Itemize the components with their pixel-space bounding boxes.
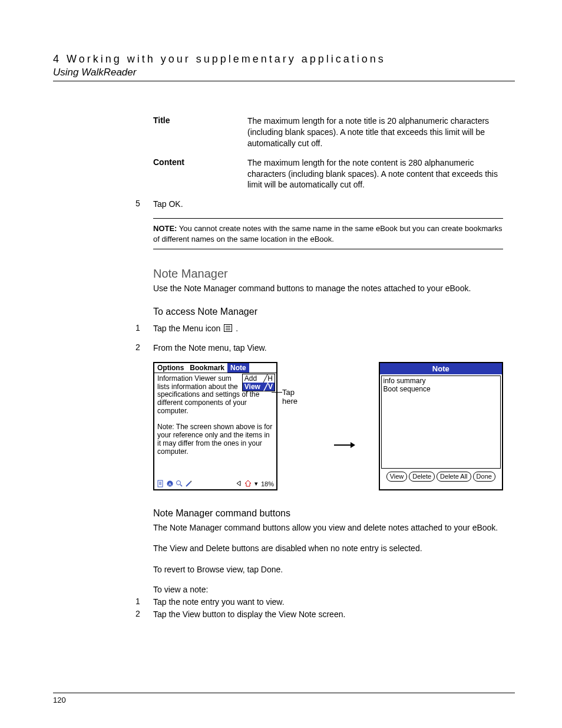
screenshot-note-list: Note info summary Boot sequence View Del… xyxy=(379,362,503,490)
menu-icon xyxy=(224,324,232,332)
access-step-1-text-a: Tap the Menu icon xyxy=(153,324,223,333)
note-item-2[interactable]: Boot sequence xyxy=(384,385,498,393)
svg-line-9 xyxy=(190,481,191,482)
svg-point-6 xyxy=(177,481,181,485)
toolbar-edit-icon[interactable] xyxy=(185,480,193,487)
heading-note-manager: Note Manager xyxy=(153,267,503,281)
toolbar-search-icon[interactable] xyxy=(176,480,183,487)
step-5-num: 5 xyxy=(135,199,153,210)
step-5-text: Tap OK. xyxy=(153,199,503,210)
toolbar-prev-icon[interactable] xyxy=(236,480,242,487)
note-item-1[interactable]: info summary xyxy=(384,377,498,385)
view-step-2: 2 Tap the View button to display the Vie… xyxy=(153,609,503,620)
dropdown-add-shortcut: ╱H xyxy=(263,374,273,383)
screenshot-menu-view: Options Bookmark Note Add ╱H View ╱V xyxy=(153,362,277,490)
dropdown-view-shortcut: ╱V xyxy=(264,383,273,391)
pda-toolbar: A xyxy=(157,480,274,488)
svg-marker-10 xyxy=(237,481,240,486)
view-button[interactable]: View xyxy=(386,472,408,482)
done-button[interactable]: Done xyxy=(473,472,495,482)
delete-button[interactable]: Delete xyxy=(409,472,435,482)
delete-all-button[interactable]: Delete All xyxy=(437,472,471,482)
note-box: NOTE: You cannot create notes with the s… xyxy=(153,218,503,249)
tap-here-label: Tap here xyxy=(282,362,310,406)
heading-cmd-buttons: Note Manager command buttons xyxy=(153,508,503,519)
def-desc-title: The maximum length for a note title is 2… xyxy=(247,116,503,149)
tap-here-text: Tap here xyxy=(282,388,297,406)
dropdown-add-label: Add xyxy=(244,374,257,383)
view-step-1-num: 1 xyxy=(135,597,153,608)
def-desc-content: The maximum length for the note content … xyxy=(247,157,503,191)
toolbar-doc-icon[interactable] xyxy=(157,480,164,487)
svg-line-8 xyxy=(186,482,190,486)
toolbar-dropdown-icon[interactable]: ▾ xyxy=(254,480,258,487)
cmd-para-1: The Note Manager command buttons allow y… xyxy=(153,522,503,534)
note-list-title: Note xyxy=(380,363,502,374)
pda-body-note: Note: The screen shown above is for your… xyxy=(157,423,273,456)
pda-menubar: Options Bookmark Note xyxy=(154,363,276,373)
note-label: NOTE: xyxy=(153,224,177,233)
note-text: You cannot create notes with the same na… xyxy=(153,224,503,243)
access-step-2-text: From the Note menu, tap View. xyxy=(153,342,503,354)
header-rule xyxy=(53,81,515,81)
menu-bookmark[interactable]: Bookmark xyxy=(187,363,227,373)
note-list-buttons: View Delete Delete All Done xyxy=(380,470,502,483)
menu-note[interactable]: Note xyxy=(227,363,249,373)
access-step-2-num: 2 xyxy=(135,342,153,354)
svg-marker-11 xyxy=(245,480,251,486)
view-step-1: 1 Tap the note entry you want to view. xyxy=(153,597,503,608)
access-step-1: 1 Tap the Menu icon . xyxy=(153,323,503,334)
dropdown-view-label: View xyxy=(244,383,260,391)
chapter-title: 4 Working with your supplementary applic… xyxy=(53,53,515,65)
view-step-1-text: Tap the note entry you want to view. xyxy=(153,597,503,608)
view-step-2-num: 2 xyxy=(135,609,153,620)
access-step-1-text-b: . xyxy=(236,324,238,333)
def-term-title: Title xyxy=(153,116,247,149)
view-step-2-text: Tap the View button to display the View … xyxy=(153,609,503,620)
menu-options[interactable]: Options xyxy=(154,363,187,373)
svg-marker-13 xyxy=(351,442,355,448)
section-title: Using WalkReader xyxy=(53,67,515,78)
cmd-para-2: The View and Delete buttons are disabled… xyxy=(153,543,503,555)
page-header: 4 Working with your supplementary applic… xyxy=(53,53,515,81)
toolbar-zoom: 18% xyxy=(261,480,274,487)
toolbar-font-icon[interactable]: A xyxy=(166,480,174,487)
dropdown-view[interactable]: View ╱V xyxy=(243,383,275,391)
access-step-1-text: Tap the Menu icon . xyxy=(153,323,503,334)
heading-view-note: To view a note: xyxy=(153,585,503,594)
arrow-icon xyxy=(334,399,355,453)
heading-access: To access Note Manager xyxy=(153,307,503,317)
page-footer: 120 xyxy=(53,693,515,704)
dropdown-add[interactable]: Add ╱H xyxy=(243,374,275,383)
screenshots-row: Options Bookmark Note Add ╱H View ╱V xyxy=(153,362,503,490)
svg-line-7 xyxy=(180,485,182,486)
access-step-1-num: 1 xyxy=(135,323,153,334)
intro-paragraph: Use the Note Manager command buttons to … xyxy=(153,283,503,295)
access-step-2: 2 From the Note menu, tap View. xyxy=(153,342,503,354)
definition-title: Title The maximum length for a note titl… xyxy=(153,116,503,149)
step-5: 5 Tap OK. xyxy=(153,199,503,210)
definition-content: Content The maximum length for the note … xyxy=(153,157,503,191)
toolbar-home-icon[interactable] xyxy=(244,480,252,488)
def-term-content: Content xyxy=(153,157,247,191)
page-number: 120 xyxy=(53,696,515,704)
footer-rule xyxy=(53,693,515,693)
note-dropdown: Add ╱H View ╱V xyxy=(242,374,275,391)
svg-text:A: A xyxy=(168,482,172,487)
note-list: info summary Boot sequence xyxy=(381,375,501,469)
cmd-para-3: To revert to Browse view, tap Done. xyxy=(153,564,503,576)
